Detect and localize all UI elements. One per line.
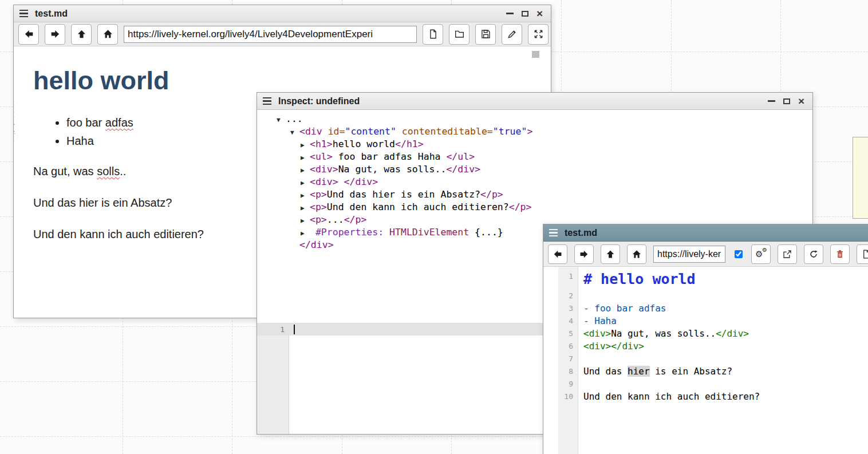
url-input[interactable]	[653, 246, 725, 263]
text-segment: <div	[299, 126, 322, 137]
url-input[interactable]	[124, 26, 417, 43]
maximize-button[interactable]	[522, 11, 528, 17]
tree-node[interactable]: ▶<h1>hello world</h1>	[257, 138, 812, 151]
code-line[interactable]: 6<div></div>	[543, 340, 868, 353]
window-controls: ×	[768, 97, 808, 105]
code-line[interactable]: 5<div>Na gut, was solls..</div>	[543, 327, 868, 340]
editor-titlebar[interactable]: test.md	[543, 224, 868, 242]
open-external-button[interactable]	[778, 244, 797, 264]
code-line[interactable]: 9	[543, 378, 868, 390]
text-segment	[322, 126, 328, 137]
delete-button[interactable]	[830, 244, 850, 264]
minimize-button[interactable]	[768, 100, 775, 102]
preview-titlebar[interactable]: test.md ×	[14, 5, 551, 22]
line-number: 8	[543, 365, 578, 378]
preview-heading: hello world	[33, 66, 551, 96]
home-button[interactable]	[627, 244, 646, 264]
tree-node[interactable]: ▶<div>Na gut, was solls..</div>	[257, 163, 812, 176]
text-segment: </div>	[716, 328, 749, 339]
text-segment: Und den kann ich auch editieren?	[33, 228, 204, 240]
edit-button[interactable]	[502, 24, 522, 45]
expand-button[interactable]	[528, 24, 549, 45]
expand-arrow-icon[interactable]: ▶	[301, 152, 310, 164]
tree-node[interactable]: ▶<p>Und das hier is ein Absatz?</p>	[257, 188, 812, 201]
tree-node[interactable]: ▶<div> </div>	[257, 176, 812, 188]
code-line[interactable]: 1# hello world	[543, 270, 868, 290]
code-line[interactable]: 2	[543, 290, 868, 302]
line-number: 4	[543, 315, 578, 327]
expand-arrow-icon[interactable]: ▶	[301, 164, 310, 177]
back-icon	[553, 250, 562, 259]
text-segment: <div>	[583, 341, 611, 352]
new-file-button[interactable]	[423, 24, 443, 45]
collapse-arrow-icon[interactable]: ▼	[277, 114, 286, 127]
scrollbar-thumb[interactable]	[532, 51, 539, 58]
minimize-button[interactable]	[506, 13, 514, 14]
home-button[interactable]	[97, 24, 118, 45]
back-button[interactable]	[18, 24, 39, 45]
code-line[interactable]: 4- Haha	[543, 315, 868, 327]
collapse-arrow-icon[interactable]: ▼	[290, 127, 299, 139]
tree-node[interactable]: ▼<div id="content" contenteditable="true…	[257, 125, 812, 138]
text-segment: # hello world	[583, 271, 696, 287]
tree-node[interactable]: ▶<ul> foo bar adfas Haha </ul>	[257, 151, 812, 163]
back-button[interactable]	[548, 244, 567, 264]
text-segment: - Haha	[583, 315, 617, 326]
text-segment: <ul>	[310, 151, 333, 162]
text-segment: Und das hier is ein Absatz?	[33, 196, 172, 209]
line-number: 6	[543, 340, 578, 353]
line-number: 10	[543, 390, 578, 403]
window-title: test.md	[35, 9, 68, 19]
code-line[interactable]: 10Und den kann ich auch editieren?	[543, 390, 868, 403]
window-controls: ×	[506, 10, 546, 18]
auto-save-checkbox[interactable]	[735, 250, 743, 258]
text-segment: <div>	[310, 176, 338, 187]
forward-button[interactable]	[574, 244, 594, 264]
hamburger-menu-icon[interactable]	[19, 10, 28, 18]
hamburger-menu-icon[interactable]	[549, 229, 558, 237]
expand-arrow-icon[interactable]: ▶	[301, 190, 310, 202]
settings-button[interactable]: ⚙ ⚙	[751, 244, 771, 264]
forward-button[interactable]	[45, 24, 65, 45]
code-line[interactable]: 8Und das hier is ein Absatz?	[543, 365, 868, 378]
refresh-button[interactable]	[804, 244, 823, 264]
background-window-fragment[interactable]	[853, 137, 868, 219]
expand-arrow-icon[interactable]: ▶	[301, 202, 310, 215]
line-number: 1	[543, 270, 578, 283]
tree-node[interactable]: ▼...	[257, 113, 812, 125]
expand-arrow-icon[interactable]: ▶	[301, 139, 310, 152]
text-segment: <p>	[310, 214, 327, 225]
close-button[interactable]: ×	[798, 97, 804, 105]
code-line[interactable]: 3- foo bar adfas	[543, 302, 868, 315]
open-folder-button[interactable]	[449, 24, 469, 45]
inspector-titlebar[interactable]: Inspect: undefined ×	[257, 93, 812, 110]
up-button[interactable]	[71, 24, 92, 45]
up-button[interactable]	[601, 244, 620, 264]
desktop: test.md × presentation hello world foo b…	[0, 0, 868, 454]
text-segment: Na gut, was solls..	[611, 328, 716, 339]
save-button[interactable]	[475, 24, 496, 45]
maximize-button[interactable]	[783, 98, 790, 104]
text-segment: <p>	[310, 202, 327, 212]
expand-arrow-icon[interactable]: ▶	[301, 177, 310, 190]
new-file-button[interactable]	[857, 244, 868, 264]
save-icon	[481, 29, 491, 39]
expand-arrow-icon[interactable]: ▶	[301, 227, 310, 240]
text-segment: ..	[120, 165, 126, 177]
line-number: 9	[543, 378, 578, 390]
expand-arrow-icon[interactable]: ▶	[301, 215, 310, 227]
markdown-source-editor[interactable]: 1# hello world23- foo bar adfas4- Haha5<…	[543, 267, 868, 454]
up-icon	[606, 250, 615, 259]
hamburger-menu-icon[interactable]	[263, 97, 271, 105]
close-button[interactable]: ×	[536, 10, 543, 18]
text-segment: <div>	[310, 164, 338, 175]
refresh-icon	[809, 250, 818, 259]
code-line[interactable]: 7	[543, 353, 868, 365]
text-segment: Und den kann ich auch editieren?	[583, 391, 760, 402]
tree-node[interactable]: ▶<p>Und den kann ich auch editieren?</p>	[257, 201, 812, 214]
line-number: 5	[543, 327, 578, 340]
text-segment: </div>	[446, 164, 480, 175]
text-segment: foo bar	[66, 116, 105, 129]
text-segment: hello world	[333, 139, 395, 149]
text-segment: adfas	[105, 116, 133, 129]
